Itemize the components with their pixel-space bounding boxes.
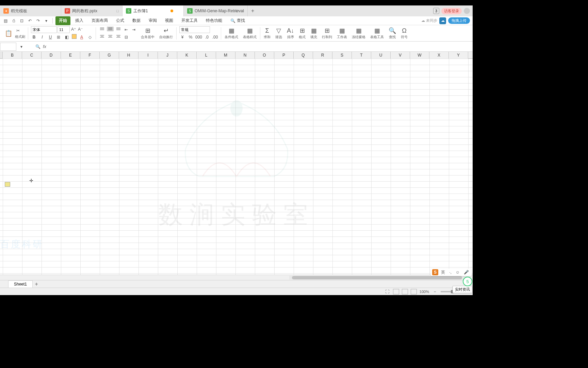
column-header[interactable]: F bbox=[80, 52, 100, 59]
qat-dropdown-icon[interactable]: ▾ bbox=[43, 17, 50, 24]
fill-color-button[interactable] bbox=[72, 34, 77, 39]
column-header[interactable]: Q bbox=[294, 52, 313, 59]
border-button[interactable]: ⊞ bbox=[55, 34, 62, 40]
zoom-level[interactable]: 100% bbox=[420, 290, 429, 294]
column-header[interactable]: V bbox=[391, 52, 410, 59]
close-icon[interactable]: □ bbox=[242, 9, 244, 13]
column-header[interactable]: D bbox=[42, 52, 61, 59]
ime-lang[interactable]: 英 bbox=[440, 270, 446, 275]
ime-toolbar[interactable]: S 英 ·, ☺ 🎤 bbox=[431, 269, 472, 276]
name-box-dropdown-icon[interactable]: ▾ bbox=[18, 44, 24, 50]
align-bottom-button[interactable] bbox=[115, 27, 122, 31]
table-tools-button[interactable]: ▦ 表格工具 bbox=[368, 26, 386, 41]
tab-workbook1[interactable]: S 工作簿1 bbox=[122, 5, 184, 16]
align-left-button[interactable] bbox=[99, 34, 105, 39]
ime-punct-icon[interactable]: ·, bbox=[448, 270, 453, 275]
avatar[interactable] bbox=[464, 8, 470, 14]
realtime-info-button[interactable]: 实时资讯 bbox=[453, 286, 472, 293]
decrease-decimal-icon[interactable]: .0 bbox=[204, 34, 210, 40]
currency-icon[interactable]: ¥ bbox=[179, 34, 185, 40]
spreadsheet-grid[interactable]: BCDEFGHIJKLMNOPQRSTUVWXY 数涧实验室 百度科研 ✛ bbox=[0, 52, 473, 275]
freeze-button[interactable]: ▦ 冻结窗格 bbox=[350, 26, 368, 41]
menu-search[interactable]: 🔍 查找 bbox=[227, 16, 248, 25]
menu-formula[interactable]: 公式 bbox=[113, 16, 128, 25]
align-right-button[interactable] bbox=[115, 34, 122, 39]
new-tab-button[interactable]: + bbox=[248, 6, 258, 16]
add-sheet-button[interactable]: + bbox=[33, 280, 40, 288]
tab-templates[interactable]: ✦ 稻壳模板 bbox=[0, 5, 61, 16]
column-header[interactable]: X bbox=[429, 52, 449, 59]
menu-view[interactable]: 视图 bbox=[162, 16, 177, 25]
column-header[interactable]: K bbox=[177, 52, 197, 59]
zoom-icon[interactable]: 🔍 bbox=[35, 44, 41, 50]
clear-format-icon[interactable]: ◇ bbox=[87, 34, 93, 40]
increase-decimal-icon[interactable]: .00 bbox=[212, 34, 218, 40]
column-header[interactable]: E bbox=[61, 52, 80, 59]
ime-sogou-icon[interactable]: S bbox=[432, 269, 438, 275]
menu-pagelayout[interactable]: 页面布局 bbox=[88, 16, 111, 25]
column-header[interactable]: W bbox=[410, 52, 429, 59]
menu-review[interactable]: 审阅 bbox=[145, 16, 160, 25]
format-painter-button[interactable]: 格式刷 bbox=[15, 34, 25, 39]
font-name-combo[interactable] bbox=[31, 26, 57, 33]
increase-indent-icon[interactable]: ⇥ bbox=[131, 27, 137, 33]
menu-special[interactable]: 特色功能 bbox=[202, 16, 226, 25]
number-format-combo[interactable] bbox=[179, 26, 210, 33]
decrease-font-icon[interactable]: A⁻ bbox=[77, 26, 83, 32]
menu-insert[interactable]: 插入 bbox=[72, 16, 87, 25]
column-header[interactable]: Y bbox=[449, 52, 468, 59]
sort-button[interactable]: A↓ 排序 bbox=[285, 26, 296, 41]
percent-icon[interactable]: % bbox=[187, 34, 194, 40]
column-header[interactable]: L bbox=[197, 52, 216, 59]
sum-button[interactable]: Σ 求和 bbox=[262, 26, 273, 41]
fx-icon[interactable]: fx bbox=[41, 44, 48, 49]
paste-options-icon[interactable] bbox=[5, 182, 10, 187]
undo-icon[interactable]: ↶ bbox=[27, 17, 33, 24]
cut-icon[interactable]: ✂ bbox=[15, 28, 21, 34]
symbol-button[interactable]: Ω 符号 bbox=[399, 26, 410, 41]
save-icon[interactable]: ▤ bbox=[2, 17, 9, 24]
ime-emoji-icon[interactable]: ☺ bbox=[454, 270, 461, 275]
guest-login-button[interactable]: 访客登录 bbox=[441, 8, 462, 14]
scrollbar-thumb[interactable] bbox=[292, 276, 462, 279]
italic-button[interactable]: I bbox=[39, 34, 45, 40]
pin-icon[interactable]: ⊕ bbox=[235, 9, 238, 13]
menu-home[interactable]: 开始 bbox=[55, 16, 70, 25]
column-header[interactable]: C bbox=[22, 52, 42, 59]
redo-icon[interactable]: ↷ bbox=[35, 17, 42, 24]
break-view-button[interactable] bbox=[411, 289, 417, 294]
column-header[interactable]: N bbox=[235, 52, 255, 59]
bold-button[interactable]: B bbox=[31, 34, 37, 40]
fill-button[interactable]: ▦ 填充 bbox=[308, 26, 319, 41]
column-header[interactable]: U bbox=[371, 52, 391, 59]
table-style-button[interactable]: ▦ 表格样式 bbox=[241, 26, 259, 41]
ime-mic-icon[interactable]: 🎤 bbox=[462, 270, 470, 275]
format-button[interactable]: ⊞ 格式 bbox=[297, 26, 308, 41]
row-col-button[interactable]: ⊞ 行和列 bbox=[320, 26, 334, 41]
conditional-format-button[interactable]: ▦ 条件格式 bbox=[223, 26, 240, 41]
align-top-button[interactable] bbox=[99, 27, 105, 31]
print-icon[interactable]: ⎙ bbox=[10, 17, 17, 24]
tab-omim[interactable]: S OMIM-Gene-Map-Retrieval □ ⊕ bbox=[184, 5, 248, 16]
formula-input[interactable] bbox=[48, 43, 473, 51]
align-middle-button[interactable] bbox=[107, 27, 114, 31]
column-header[interactable]: J bbox=[158, 52, 177, 59]
paste-button[interactable]: 📋 bbox=[3, 26, 14, 41]
sheet-tab[interactable]: Sheet1 bbox=[8, 280, 33, 288]
align-center-button[interactable] bbox=[107, 34, 114, 39]
column-header[interactable]: S bbox=[332, 52, 352, 59]
horizontal-scrollbar[interactable] bbox=[0, 275, 473, 280]
floating-badge[interactable]: 5 bbox=[463, 277, 472, 286]
font-color-button[interactable]: A bbox=[79, 34, 85, 40]
auto-wrap-button[interactable]: ↵ 自动换行 bbox=[157, 26, 175, 41]
column-header[interactable]: P bbox=[274, 52, 294, 59]
notification-badge[interactable]: 3 bbox=[433, 8, 439, 14]
cell-style-icon[interactable]: ◧ bbox=[64, 34, 70, 40]
increase-font-icon[interactable]: A⁺ bbox=[70, 26, 77, 32]
column-header[interactable]: O bbox=[255, 52, 274, 59]
menu-devtools[interactable]: 开发工具 bbox=[178, 16, 201, 25]
column-header[interactable]: B bbox=[3, 52, 22, 59]
preview-icon[interactable]: ⊡ bbox=[18, 17, 25, 24]
normal-view-button[interactable] bbox=[393, 289, 399, 294]
column-header[interactable]: G bbox=[100, 52, 119, 59]
